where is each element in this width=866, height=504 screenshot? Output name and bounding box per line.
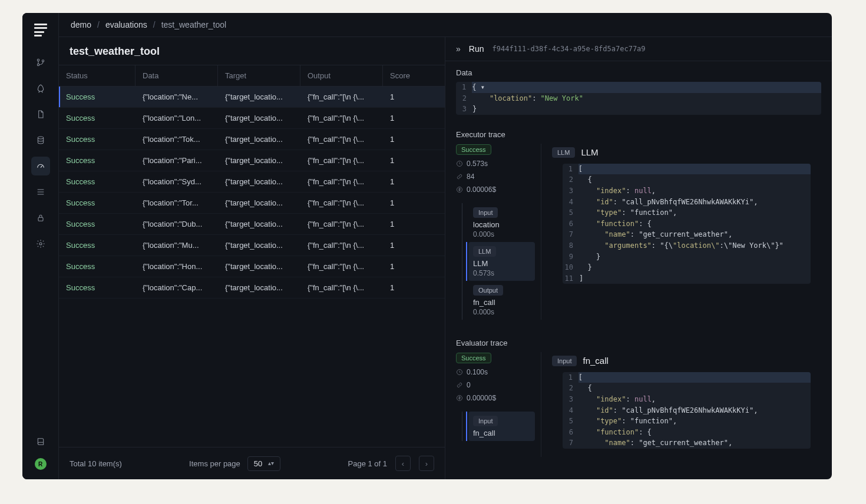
items-per-page-select[interactable]: 50 ▴▾ bbox=[247, 456, 280, 471]
cell-target: {"target_locatio... bbox=[218, 171, 300, 192]
table-row[interactable]: Success{"location":"Tor...{"target_locat… bbox=[59, 193, 445, 214]
details-panel: » Run f944f111-d38f-4c34-a95e-8fd5a7ec77… bbox=[445, 37, 832, 479]
sidebar-item-database[interactable] bbox=[31, 131, 50, 150]
sidebar-item-list[interactable] bbox=[31, 183, 50, 201]
cell-status: Success bbox=[59, 256, 135, 277]
cell-status: Success bbox=[59, 150, 135, 171]
evaluator-trace-nav: Success 0.100s 0 0.00000$ Inputfn_call bbox=[456, 352, 541, 457]
cell-score: 1 bbox=[383, 150, 424, 171]
col-data[interactable]: Data bbox=[135, 65, 218, 86]
step-name: location bbox=[473, 220, 530, 229]
status-badge: Success bbox=[456, 353, 491, 363]
prev-page-button[interactable]: ‹ bbox=[395, 456, 411, 471]
cell-score: 1 bbox=[383, 256, 424, 277]
executor-step-header: LLM LLM bbox=[552, 144, 821, 164]
evaluator-tokens: 0 bbox=[456, 381, 535, 389]
cell-target: {"target_locatio... bbox=[218, 129, 300, 150]
sidebar: R bbox=[22, 13, 59, 479]
avatar[interactable]: R bbox=[35, 458, 47, 470]
cell-output: {"fn_call":"[\n {\... bbox=[300, 171, 383, 192]
cell-data: {"location":"Mu... bbox=[135, 235, 218, 256]
coin-icon bbox=[456, 394, 463, 402]
executor-code-block[interactable]: 1[2 {3 "index": null,4 "id": "call_pNvBh… bbox=[563, 164, 811, 284]
col-output[interactable]: Output bbox=[300, 65, 383, 86]
total-count: Total 10 item(s) bbox=[70, 459, 122, 468]
cell-data: {"location":"Lon... bbox=[135, 108, 218, 128]
table-body: Success{"location":"Ne...{"target_locati… bbox=[59, 87, 445, 447]
run-id: f944f111-d38f-4c34-a95e-8fd5a7ec77a9 bbox=[492, 45, 645, 53]
sidebar-item-gauge[interactable] bbox=[31, 157, 50, 175]
evaluator-step-header: Input fn_call bbox=[552, 352, 821, 372]
trace-step[interactable]: Inputfn_call bbox=[468, 412, 535, 441]
link-icon bbox=[456, 173, 463, 180]
data-code-block[interactable]: 1{ ▾2 "location": "New York"3} bbox=[456, 82, 821, 115]
items-per-page-value: 50 bbox=[254, 459, 262, 468]
trace-step[interactable]: LLMLLM0.573s bbox=[468, 242, 535, 281]
run-label: Run bbox=[469, 44, 484, 54]
sidebar-item-book[interactable] bbox=[31, 432, 50, 451]
collapse-icon[interactable]: » bbox=[456, 45, 461, 53]
executor-duration: 0.573s bbox=[456, 160, 535, 168]
cell-target: {"target_locatio... bbox=[218, 277, 300, 298]
step-type-badge: Output bbox=[473, 285, 503, 296]
breadcrumb: demo / evaluations / test_weather_tool bbox=[59, 13, 832, 37]
sidebar-bottom: R bbox=[31, 432, 50, 470]
step-type-badge: LLM bbox=[552, 147, 575, 158]
cell-score: 1 bbox=[383, 277, 424, 298]
status-badge: Success bbox=[456, 144, 491, 155]
table-row[interactable]: Success{"location":"Hon...{"target_locat… bbox=[59, 256, 445, 277]
table-header: Status Data Target Output Score bbox=[59, 65, 445, 87]
clock-icon bbox=[456, 369, 463, 376]
executor-trace-detail: LLM LLM 1[2 {3 "index": null,4 "id": "ca… bbox=[541, 144, 821, 320]
cell-target: {"target_locatio... bbox=[218, 256, 300, 277]
cell-status: Success bbox=[59, 193, 135, 213]
cell-output: {"fn_call":"[\n {\... bbox=[300, 129, 383, 150]
cell-status: Success bbox=[59, 277, 135, 298]
results-table: Status Data Target Output Score Success{… bbox=[59, 65, 445, 447]
col-score[interactable]: Score bbox=[383, 65, 424, 86]
evaluator-trace-detail: Input fn_call 1[2 {3 "index": null,4 "id… bbox=[541, 352, 821, 457]
col-target[interactable]: Target bbox=[218, 65, 300, 86]
table-row[interactable]: Success{"location":"Syd...{"target_locat… bbox=[59, 171, 445, 193]
cell-status: Success bbox=[59, 87, 135, 107]
executor-cost: 0.00006$ bbox=[456, 185, 535, 194]
sidebar-item-document[interactable] bbox=[31, 105, 50, 124]
sidebar-item-branches[interactable] bbox=[31, 53, 50, 72]
executor-trace: Success 0.573s 84 0.00006$ Inputlocation… bbox=[445, 144, 832, 331]
items-per-page: Items per page 50 ▴▾ bbox=[189, 456, 280, 471]
evaluator-code-block[interactable]: 1[2 {3 "index": null,4 "id": "call_pNvBh… bbox=[563, 372, 811, 449]
sidebar-item-settings[interactable] bbox=[31, 234, 50, 253]
cell-data: {"location":"Dub... bbox=[135, 214, 218, 234]
cell-output: {"fn_call":"[\n {\... bbox=[300, 108, 383, 128]
executor-step-title: LLM bbox=[581, 147, 598, 157]
table-row[interactable]: Success{"location":"Pari...{"target_loca… bbox=[59, 150, 445, 171]
table-row[interactable]: Success{"location":"Ne...{"target_locati… bbox=[59, 87, 445, 108]
breadcrumb-item[interactable]: demo bbox=[71, 20, 91, 29]
cell-status: Success bbox=[59, 129, 135, 150]
trace-step[interactable]: Inputlocation0.000s bbox=[468, 203, 535, 242]
table-row[interactable]: Success{"location":"Tok...{"target_locat… bbox=[59, 129, 445, 150]
breadcrumb-item[interactable]: test_weather_tool bbox=[161, 20, 227, 29]
evaluator-section-title: Evaluator trace bbox=[445, 331, 832, 352]
table-row[interactable]: Success{"location":"Cap...{"target_locat… bbox=[59, 277, 445, 299]
evaluator-cost: 0.00000$ bbox=[456, 394, 535, 402]
breadcrumb-item[interactable]: evaluations bbox=[105, 20, 147, 29]
cell-data: {"location":"Syd... bbox=[135, 171, 218, 192]
sidebar-item-lock[interactable] bbox=[31, 208, 50, 227]
sidebar-item-launch[interactable] bbox=[31, 79, 50, 98]
table-row[interactable]: Success{"location":"Mu...{"target_locati… bbox=[59, 235, 445, 256]
next-page-button[interactable]: › bbox=[419, 456, 434, 471]
breadcrumb-sep: / bbox=[97, 20, 100, 29]
pager: Page 1 of 1 ‹ › bbox=[348, 456, 435, 471]
step-type-badge: Input bbox=[473, 207, 498, 218]
svg-point-0 bbox=[37, 59, 39, 61]
trace-step[interactable]: Outputfn_call0.000s bbox=[468, 281, 535, 320]
evaluator-trace: Success 0.100s 0 0.00000$ Inputfn_call I… bbox=[445, 352, 832, 469]
table-row[interactable]: Success{"location":"Lon...{"target_locat… bbox=[59, 108, 445, 129]
page-label: Page 1 of 1 bbox=[348, 459, 388, 468]
breadcrumb-sep: / bbox=[153, 20, 156, 29]
table-row[interactable]: Success{"location":"Dub...{"target_locat… bbox=[59, 214, 445, 235]
svg-point-1 bbox=[37, 64, 39, 65]
col-status[interactable]: Status bbox=[59, 65, 135, 86]
cell-output: {"fn_call":"[\n {\... bbox=[300, 87, 383, 107]
